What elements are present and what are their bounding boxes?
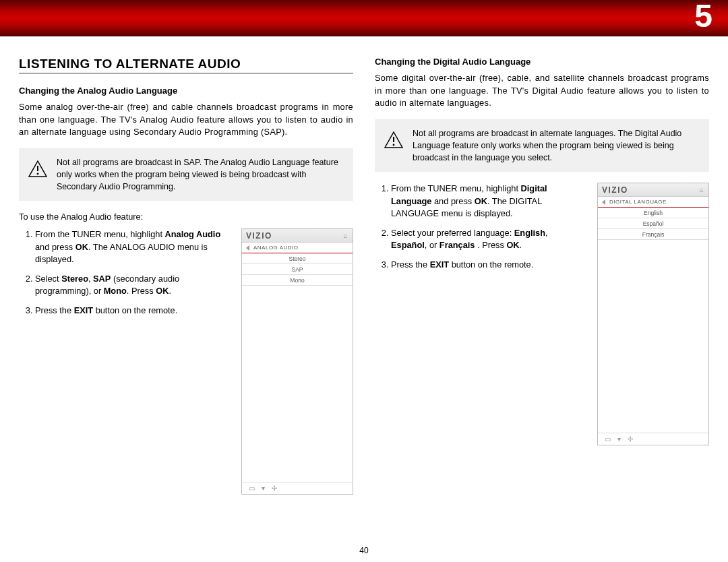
menu-footer-digital: ▭ ▾ ✢ bbox=[598, 433, 708, 445]
svg-point-3 bbox=[393, 144, 395, 146]
step-3-digital: Press the EXIT button on the remote. bbox=[391, 259, 588, 272]
note-box-analog: Not all programs are broadcast in SAP. T… bbox=[19, 148, 353, 201]
gear-icon: ✢ bbox=[272, 485, 277, 492]
step-1-analog: From the TUNER menu, highlight Analog Au… bbox=[35, 228, 232, 266]
chapter-number: 5 bbox=[694, 0, 713, 34]
menu-item-english: English bbox=[598, 208, 708, 218]
menu-item-espanol: Español bbox=[598, 218, 708, 229]
menu-title-row-digital: DIGITAL LANGUAGE bbox=[598, 197, 708, 208]
manual-page: 5 LISTENING TO ALTERNATE AUDIO Changing … bbox=[0, 0, 728, 562]
subsection-title-digital: Changing the Digital Audio Language bbox=[375, 57, 709, 67]
menu-brand: VIZIO bbox=[246, 231, 272, 241]
caption-icon: ▭ bbox=[605, 435, 611, 443]
steps-digital: From the TUNER menu, highlight Digital L… bbox=[375, 183, 588, 445]
section-title: LISTENING TO ALTERNATE AUDIO bbox=[19, 57, 353, 73]
home-icon: ⌂ bbox=[699, 186, 704, 193]
warning-icon bbox=[28, 160, 47, 178]
note-text-analog: Not all programs are broadcast in SAP. T… bbox=[57, 156, 344, 193]
v-icon: ▾ bbox=[262, 485, 265, 492]
menu-item-francais: Français bbox=[598, 229, 708, 240]
left-column: LISTENING TO ALTERNATE AUDIO Changing th… bbox=[19, 57, 353, 495]
home-icon: ⌂ bbox=[343, 232, 348, 239]
menu-title-row-analog: ANALOG AUDIO bbox=[242, 243, 353, 253]
tv-menu-mock-analog: VIZIO ⌂ ANALOG AUDIO Stereo SAP Mono ▭ ▾… bbox=[241, 228, 353, 495]
v-icon: ▾ bbox=[617, 435, 621, 443]
menu-spacer bbox=[242, 286, 353, 482]
menu-title: ANALOG AUDIO bbox=[253, 245, 298, 251]
step-1-digital: From the TUNER menu, highlight Digital L… bbox=[391, 183, 588, 220]
back-arrow-icon bbox=[246, 245, 249, 251]
menu-title: DIGITAL LANGUAGE bbox=[609, 199, 667, 205]
intro-paragraph-analog: Some analog over-the-air (free) and cabl… bbox=[19, 101, 353, 139]
steps-and-menu-analog: From the TUNER menu, highlight Analog Au… bbox=[19, 228, 353, 495]
step-3-analog: Press the EXIT button on the remote. bbox=[35, 305, 232, 317]
right-column: Changing the Digital Audio Language Some… bbox=[375, 57, 709, 495]
steps-and-menu-digital: From the TUNER menu, highlight Digital L… bbox=[375, 183, 709, 445]
warning-icon bbox=[384, 131, 403, 149]
note-box-digital: Not all programs are broadcast in altern… bbox=[375, 119, 709, 172]
step-2-digital: Select your preferred language: English,… bbox=[391, 227, 588, 252]
page-number: 40 bbox=[0, 546, 728, 555]
step-2-analog: Select Stereo, SAP (secondary audio prog… bbox=[35, 273, 232, 298]
menu-footer-analog: ▭ ▾ ✢ bbox=[242, 482, 353, 494]
svg-point-1 bbox=[37, 173, 39, 175]
menu-header-analog: VIZIO ⌂ bbox=[242, 229, 353, 243]
note-text-digital: Not all programs are broadcast in altern… bbox=[413, 127, 700, 164]
caption-icon: ▭ bbox=[249, 485, 255, 492]
menu-item-sap: SAP bbox=[242, 264, 353, 275]
lead-text-analog: To use the Analog Audio feature: bbox=[19, 212, 353, 222]
subsection-title-analog: Changing the Analog Audio Language bbox=[19, 86, 353, 96]
chapter-header-bar: 5 bbox=[0, 0, 728, 36]
steps-analog: From the TUNER menu, highlight Analog Au… bbox=[19, 228, 232, 495]
back-arrow-icon bbox=[602, 199, 605, 205]
menu-spacer bbox=[598, 240, 708, 433]
menu-item-mono: Mono bbox=[242, 275, 353, 286]
menu-brand: VIZIO bbox=[602, 185, 628, 195]
intro-paragraph-digital: Some digital over-the-air (free), cable,… bbox=[375, 72, 709, 110]
content-area: LISTENING TO ALTERNATE AUDIO Changing th… bbox=[0, 36, 728, 495]
gear-icon: ✢ bbox=[628, 435, 633, 443]
menu-header-digital: VIZIO ⌂ bbox=[598, 183, 708, 197]
tv-menu-mock-digital: VIZIO ⌂ DIGITAL LANGUAGE English Español… bbox=[597, 183, 709, 445]
menu-item-stereo: Stereo bbox=[242, 253, 353, 264]
